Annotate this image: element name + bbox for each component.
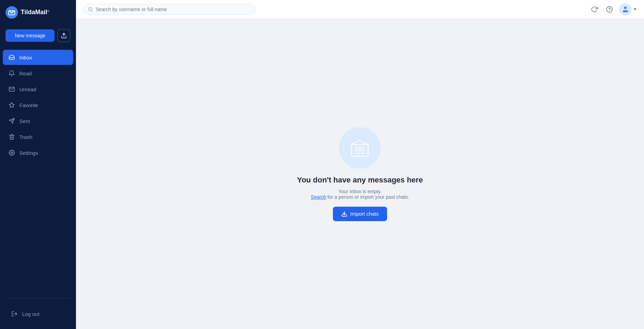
new-message-button[interactable]: New message bbox=[6, 29, 55, 42]
read-icon bbox=[8, 70, 15, 77]
svg-point-10 bbox=[624, 7, 626, 9]
settings-icon bbox=[8, 149, 15, 156]
sidebar-item-label-favorite: Favorite bbox=[19, 102, 38, 108]
sidebar-item-read[interactable]: Read bbox=[3, 66, 73, 81]
search-bar bbox=[83, 4, 256, 15]
empty-subtitle-rest: for a person or import your past chats. bbox=[326, 194, 409, 200]
refresh-button[interactable] bbox=[589, 4, 600, 15]
action-area: New message bbox=[0, 25, 76, 46]
search-icon bbox=[88, 7, 93, 12]
help-icon bbox=[606, 6, 613, 13]
sidebar-item-label-trash: Trash bbox=[19, 134, 32, 140]
main-content: ▼ You don't have any messages here bbox=[76, 0, 644, 329]
chevron-down-icon: ▼ bbox=[633, 7, 637, 12]
refresh-icon bbox=[591, 6, 598, 13]
empty-state-icon-circle bbox=[339, 127, 381, 169]
sidebar-item-label-sent: Sent bbox=[19, 118, 30, 124]
empty-state: You don't have any messages here Your In… bbox=[297, 127, 423, 221]
envelope-open-icon bbox=[349, 137, 371, 159]
help-button[interactable] bbox=[604, 4, 615, 15]
sidebar-item-label-unread: Unread bbox=[19, 86, 36, 92]
star-icon bbox=[8, 102, 15, 109]
nav-menu: Inbox Read Unread bbox=[0, 46, 76, 295]
sidebar-item-inbox[interactable]: Inbox bbox=[3, 50, 73, 65]
inbox-icon bbox=[8, 54, 15, 61]
svg-point-4 bbox=[11, 152, 13, 154]
sidebar-item-sent[interactable]: Sent bbox=[3, 113, 73, 129]
trash-icon bbox=[8, 133, 15, 140]
svg-rect-12 bbox=[356, 147, 364, 153]
sidebar-item-trash[interactable]: Trash bbox=[3, 129, 73, 144]
sidebar: TildaMailα New message Inbox bbox=[0, 0, 76, 329]
sidebar-item-unread[interactable]: Unread bbox=[3, 82, 73, 97]
logout-label: Log out bbox=[22, 311, 39, 317]
svg-marker-1 bbox=[9, 103, 15, 107]
app-name: TildaMailα bbox=[21, 9, 49, 16]
sidebar-item-label-read: Read bbox=[19, 70, 32, 76]
sidebar-divider bbox=[6, 298, 70, 299]
import-chats-button[interactable]: Import chats bbox=[333, 207, 387, 221]
logout-area: Log out bbox=[0, 301, 76, 329]
header-actions: ▼ bbox=[589, 3, 637, 16]
user-icon bbox=[622, 6, 629, 13]
import-button-label: Import chats bbox=[350, 211, 379, 217]
empty-search-link[interactable]: Search bbox=[311, 194, 326, 200]
upload-icon bbox=[61, 32, 67, 39]
logout-icon bbox=[11, 310, 18, 317]
logo-icon bbox=[6, 6, 18, 19]
header: ▼ bbox=[76, 0, 644, 19]
content-area: You don't have any messages here Your In… bbox=[76, 19, 644, 329]
import-icon bbox=[341, 211, 347, 217]
user-avatar-area[interactable]: ▼ bbox=[619, 3, 637, 16]
sidebar-item-favorite[interactable]: Favorite bbox=[3, 97, 73, 113]
sent-icon bbox=[8, 118, 15, 124]
empty-state-title: You don't have any messages here bbox=[297, 176, 423, 185]
search-input[interactable] bbox=[96, 7, 250, 12]
sidebar-item-label-inbox: Inbox bbox=[19, 55, 32, 60]
svg-rect-11 bbox=[352, 144, 368, 156]
sidebar-item-settings[interactable]: Settings bbox=[3, 145, 73, 160]
svg-line-7 bbox=[92, 10, 93, 11]
empty-subtitle-line1: Your Inbox is empty. bbox=[338, 189, 382, 194]
sidebar-item-label-settings: Settings bbox=[19, 150, 38, 156]
avatar bbox=[619, 3, 632, 16]
logout-button[interactable]: Log out bbox=[6, 306, 70, 321]
empty-state-subtitle: Your Inbox is empty. Search for a person… bbox=[311, 189, 409, 200]
unread-icon bbox=[8, 86, 15, 93]
logo-area: TildaMailα bbox=[0, 0, 76, 25]
upload-button[interactable] bbox=[57, 29, 70, 42]
